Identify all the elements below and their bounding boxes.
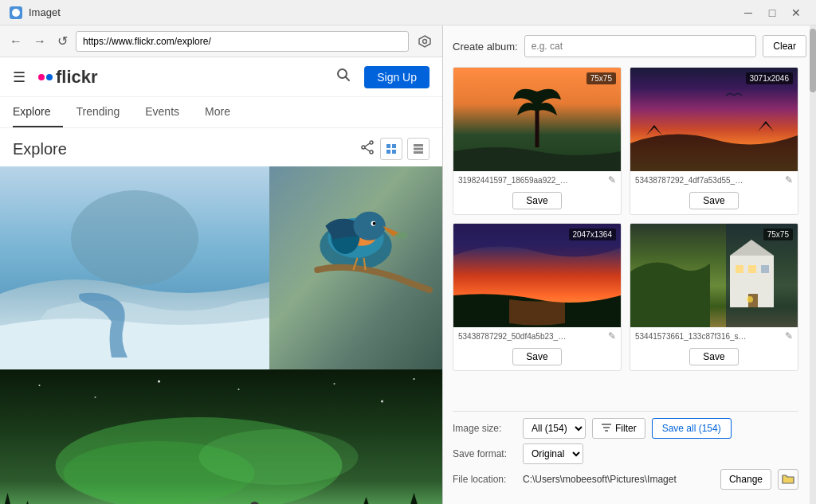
minimize-button[interactable]: ─: [738, 4, 759, 21]
save-all-button[interactable]: Save all (154): [652, 418, 732, 439]
image-grid: 75x75 31982441597_18659aa922_s.jpg ✎ Sav…: [453, 67, 798, 371]
scrollbar-thumb[interactable]: [810, 29, 816, 92]
list-view-button[interactable]: [407, 138, 430, 160]
image-card-4: 75x75 53441573661_133c87f316_s.jpg ✎ Sav…: [630, 223, 798, 371]
share-button[interactable]: [359, 138, 375, 160]
image-name-1: 31982441597_18659aa922_s.jpg: [458, 176, 570, 185]
dot-blue: [46, 74, 53, 80]
image-size-row: Image size: All (154) Large Medium Small: [453, 418, 798, 439]
image-name-3: 53438787292_50df4a5b23_k.jpg: [458, 332, 570, 341]
bottom-controls: Image size: All (154) Large Medium Small: [453, 411, 798, 494]
edit-icon-4[interactable]: ✎: [785, 330, 793, 342]
svg-point-4: [370, 141, 373, 144]
edit-icon-1[interactable]: ✎: [608, 174, 616, 186]
tab-explore[interactable]: Explore: [13, 97, 63, 127]
save-button-2[interactable]: Save: [689, 192, 738, 209]
address-input[interactable]: [76, 31, 409, 52]
svg-point-1: [423, 39, 427, 43]
image-info-3: 53438787292_50df4a5b23_k.jpg ✎: [453, 327, 621, 345]
create-album-input[interactable]: [524, 35, 757, 57]
create-album-label: Create album:: [453, 41, 518, 53]
file-location-row: File location: C:\Users\mobeesoft\Pictur…: [453, 469, 798, 490]
explore-header: Explore: [0, 128, 442, 166]
search-button[interactable]: [335, 67, 351, 87]
image-name-4: 53441573661_133c87f316_s.jpg: [635, 332, 747, 341]
edit-icon-2[interactable]: ✎: [785, 174, 793, 186]
image-dim-badge-2: 3071x2046: [746, 72, 794, 84]
svg-rect-50: [748, 265, 756, 273]
svg-point-5: [370, 150, 373, 154]
svg-line-8: [365, 148, 370, 151]
close-button[interactable]: ✕: [786, 4, 806, 21]
photo-grid: ➜ Auto Scroll: [0, 166, 442, 504]
refresh-button[interactable]: ↺: [54, 32, 71, 50]
maximize-button[interactable]: □: [762, 4, 783, 21]
image-info-1: 31982441597_18659aa922_s.jpg ✎: [453, 171, 621, 189]
save-format-select[interactable]: Original JPEG PNG: [523, 443, 583, 464]
svg-point-33: [39, 385, 41, 386]
change-button[interactable]: Change: [720, 469, 771, 490]
right-panel: Create album: Clear: [443, 25, 816, 504]
svg-point-26: [395, 232, 408, 239]
view-controls: [359, 138, 430, 160]
panel-scrollbar[interactable]: [810, 25, 816, 504]
save-format-row: Save format: Original JPEG PNG: [453, 443, 798, 464]
flickr-dots: [38, 74, 53, 80]
edit-icon-3[interactable]: ✎: [608, 330, 616, 342]
image-size-label: Image size:: [453, 423, 516, 434]
svg-line-7: [365, 143, 370, 147]
svg-point-39: [414, 378, 415, 380]
svg-point-17: [71, 190, 198, 286]
save-btn-row-1: Save: [453, 189, 621, 214]
filter-button[interactable]: Filter: [592, 418, 645, 439]
svg-rect-49: [736, 265, 743, 273]
photo-snowy[interactable]: [0, 166, 269, 369]
save-button-1[interactable]: Save: [512, 192, 561, 209]
window-controls: ─ □ ✕: [738, 4, 806, 21]
extension-button[interactable]: [414, 31, 436, 52]
save-format-label: Save format:: [453, 448, 516, 459]
image-info-2: 53438787292_4df7a53d55_3k.jpg ✎: [630, 171, 798, 189]
back-button[interactable]: ←: [6, 33, 26, 50]
app-title: Imaget: [29, 6, 61, 18]
grid-view-button[interactable]: [380, 138, 402, 160]
svg-rect-9: [386, 144, 390, 148]
image-dim-badge-1: 75x75: [586, 72, 616, 84]
image-card-3: 2047x1364 53438787292_50df4a5b23_k.jpg ✎…: [453, 223, 622, 371]
image-info-4: 53441573661_133c87f316_s.jpg ✎: [630, 327, 798, 345]
image-thumb-3[interactable]: 2047x1364: [453, 224, 621, 327]
svg-point-23: [353, 212, 385, 240]
hamburger-button[interactable]: ☰: [13, 68, 26, 86]
photo-aurora[interactable]: ➜ Auto Scroll: [0, 369, 442, 504]
flickr-header: ☰ flickr Sign Up: [0, 57, 442, 97]
save-btn-row-4: Save: [630, 345, 798, 370]
image-thumb-2[interactable]: 3071x2046: [630, 68, 798, 171]
svg-rect-14: [414, 148, 423, 150]
svg-rect-51: [761, 265, 769, 273]
svg-rect-13: [414, 144, 423, 147]
image-size-select[interactable]: All (154) Large Medium Small: [523, 418, 586, 439]
main-container: ← → ↺ ☰ flickr: [0, 25, 816, 504]
save-button-3[interactable]: Save: [512, 348, 561, 365]
folder-button[interactable]: [778, 469, 798, 490]
save-button-4[interactable]: Save: [689, 348, 738, 365]
svg-point-6: [362, 146, 365, 149]
signup-button[interactable]: Sign Up: [364, 66, 430, 88]
svg-point-53: [747, 296, 753, 303]
tab-trending[interactable]: Trending: [63, 97, 132, 127]
tab-more[interactable]: More: [192, 97, 243, 127]
image-dim-badge-4: 75x75: [763, 229, 793, 240]
create-album-row: Create album: Clear: [453, 35, 806, 57]
image-thumb-4[interactable]: 75x75: [630, 224, 798, 327]
image-thumb-1[interactable]: 75x75: [453, 68, 621, 171]
forward-button[interactable]: →: [30, 33, 49, 50]
photo-kingfisher[interactable]: [269, 166, 442, 369]
save-btn-row-2: Save: [630, 189, 798, 214]
clear-button[interactable]: Clear: [763, 35, 806, 57]
svg-rect-11: [386, 150, 390, 154]
svg-point-32: [199, 429, 359, 485]
tab-events[interactable]: Events: [132, 97, 192, 127]
image-dim-badge-3: 2047x1364: [569, 229, 617, 240]
svg-point-36: [238, 389, 240, 390]
save-btn-row-3: Save: [453, 345, 621, 370]
